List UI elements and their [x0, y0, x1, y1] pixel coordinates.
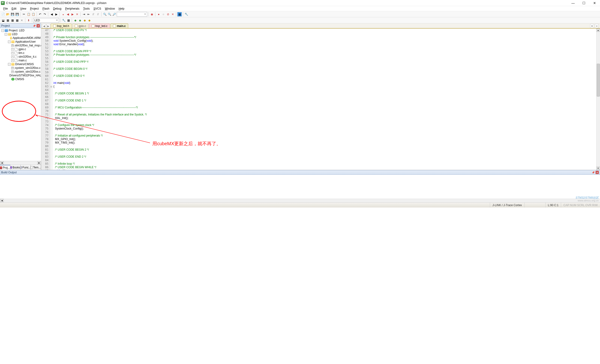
- panel-close-icon[interactable]: ✕: [37, 24, 40, 27]
- manage-icon[interactable]: ◆: [73, 18, 77, 22]
- build-output-body[interactable]: [0, 175, 600, 199]
- new-file-icon[interactable]: 📄: [1, 12, 5, 16]
- breakpoint-disable-icon[interactable]: ⊘: [166, 12, 170, 16]
- tree-tab-books[interactable]: Books: [10, 165, 21, 170]
- tree-file-1-3[interactable]: +stm32f0xx_it.c: [0, 55, 41, 59]
- pin-icon[interactable]: 📌: [33, 25, 36, 27]
- panel-close-icon[interactable]: ✕: [596, 171, 599, 174]
- build-icon[interactable]: ▦: [6, 18, 10, 22]
- scroll-right-icon[interactable]: ▶: [37, 161, 41, 165]
- bookmark-icon[interactable]: ⬥: [61, 12, 65, 16]
- copy-icon[interactable]: 📋: [27, 12, 31, 16]
- vertical-scrollbar[interactable]: ▲ ▼: [596, 28, 600, 170]
- tree-file-1-1[interactable]: +gpio.c: [0, 47, 41, 51]
- breakpoint-insert-icon[interactable]: ●: [157, 12, 161, 16]
- tab-list-icon[interactable]: ▼: [590, 24, 594, 28]
- tree-tab-tem[interactable]: Tem...: [31, 165, 41, 170]
- menu-svcs[interactable]: SVCS: [92, 6, 103, 11]
- menu-flash[interactable]: Flash: [41, 6, 51, 11]
- menu-project[interactable]: Project: [28, 6, 41, 11]
- menu-peripherals[interactable]: Peripherals: [63, 6, 81, 11]
- batch-icon[interactable]: ▦: [15, 18, 19, 22]
- tree-tab-func[interactable]: {}Func...: [21, 165, 31, 170]
- minimize-button[interactable]: —: [568, 0, 578, 6]
- incsearch-icon[interactable]: 🔎: [112, 12, 116, 16]
- tree-group-2[interactable]: −Drivers/CMSIS: [0, 62, 41, 66]
- tab-nav-next-icon[interactable]: ▶: [47, 24, 50, 28]
- menu-edit[interactable]: Edit: [9, 6, 18, 11]
- uncomment-icon[interactable]: //: [96, 12, 100, 16]
- translate-icon[interactable]: ⬓: [1, 18, 5, 22]
- tab-close-icon[interactable]: ✕: [595, 24, 599, 28]
- nav-fwd-icon[interactable]: ▶: [54, 12, 58, 16]
- paste-icon[interactable]: 📋: [31, 12, 35, 16]
- packinst-icon[interactable]: ◆: [78, 18, 82, 22]
- maximize-button[interactable]: ☐: [578, 0, 589, 6]
- tab-nav-prev-icon[interactable]: ◀: [42, 24, 46, 28]
- build-hscroll[interactable]: ◀: [0, 199, 600, 202]
- tree-project-root[interactable]: −Project: LED: [0, 28, 41, 32]
- tree-group-3[interactable]: Drivers/STM32F0xx_HAL: [0, 73, 41, 77]
- menu-window[interactable]: Window: [103, 6, 117, 11]
- config-icon[interactable]: 🔧: [184, 12, 188, 16]
- save-icon[interactable]: 💾: [10, 12, 15, 16]
- tree-file-2-1[interactable]: +system_stm32f0xx.c: [0, 70, 41, 73]
- menu-tools[interactable]: Tools: [81, 6, 92, 11]
- editor-tab-main-c[interactable]: main.c: [110, 23, 128, 28]
- open-file-icon[interactable]: 📂: [6, 12, 10, 16]
- scroll-thumb[interactable]: [597, 64, 600, 97]
- file-icon: [75, 25, 78, 27]
- editor-tab-bsp_led-c[interactable]: bsp_led.c: [89, 23, 110, 28]
- tree-group-0[interactable]: Application/MDK-ARM: [0, 36, 41, 40]
- project-tree[interactable]: −Project: LED−LED Application/MDK-ARM−Ap…: [0, 28, 41, 161]
- rebuild-icon[interactable]: ▦: [10, 18, 15, 22]
- code-editor[interactable]: 4748495051525354555657585960616263646566…: [41, 28, 600, 170]
- tree-hscroll[interactable]: ◀ ▶: [0, 161, 41, 165]
- debug-icon[interactable]: ◉: [150, 12, 154, 16]
- redo-icon[interactable]: ↷: [43, 12, 47, 16]
- bookmark-next-icon[interactable]: ▶: [70, 12, 75, 16]
- tree-file-2-0[interactable]: +system_stm32f0xx.c: [0, 66, 41, 70]
- breakpoint-kill-icon[interactable]: ✕: [171, 12, 175, 16]
- indent-icon[interactable]: ⇥: [82, 12, 86, 16]
- target-combo[interactable]: LED▼: [33, 18, 59, 23]
- close-button[interactable]: ✕: [589, 0, 600, 6]
- filext-icon[interactable]: ▦: [66, 18, 71, 22]
- saveall-icon[interactable]: 💾: [15, 12, 19, 16]
- tree-file-1-0[interactable]: +stm32f0xx_hal_msp.c: [0, 44, 41, 47]
- pin-icon[interactable]: 📌: [592, 171, 595, 174]
- nav-back-icon[interactable]: ◀: [49, 12, 54, 16]
- scroll-left-icon[interactable]: ◀: [0, 161, 4, 165]
- window-icon[interactable]: ▦: [178, 12, 182, 16]
- cut-icon[interactable]: ✂: [22, 12, 26, 16]
- scroll-down-icon[interactable]: ▼: [597, 166, 600, 170]
- editor-tab-bsp_led-h[interactable]: bsp_led.h: [51, 23, 72, 28]
- find-icon[interactable]: 🔍: [103, 12, 107, 16]
- download-icon[interactable]: ⬇: [27, 18, 31, 22]
- bookmark-clear-icon[interactable]: ✕: [75, 12, 79, 16]
- breakpoint-enable-icon[interactable]: ○: [161, 12, 166, 16]
- stop-build-icon[interactable]: ✕: [20, 18, 24, 22]
- findfiles-icon[interactable]: 🔍: [107, 12, 112, 16]
- comment-icon[interactable]: //: [91, 12, 95, 16]
- bookmark-prev-icon[interactable]: ◀: [66, 12, 70, 16]
- tree-target[interactable]: −LED: [0, 32, 41, 36]
- outdent-icon[interactable]: ⇤: [86, 12, 91, 16]
- options-icon[interactable]: 🔧: [62, 18, 66, 22]
- find-combo[interactable]: ▼: [117, 12, 147, 17]
- editor-tab-gpio-c[interactable]: gpio.c: [72, 23, 89, 28]
- tree-tab-proj[interactable]: Proj...: [0, 165, 10, 170]
- tree-file-1-2[interactable]: +tim.c: [0, 51, 41, 55]
- rte-icon[interactable]: ◆: [83, 18, 87, 22]
- menu-debug[interactable]: Debug: [51, 6, 63, 11]
- menu-view[interactable]: View: [18, 6, 28, 11]
- tree-file-1-4[interactable]: +main.c: [0, 59, 41, 62]
- undo-icon[interactable]: ↶: [38, 12, 42, 16]
- menu-file[interactable]: File: [1, 6, 9, 11]
- books-icon[interactable]: ◆: [87, 18, 91, 22]
- scroll-left-icon[interactable]: ◀: [0, 199, 4, 202]
- scroll-up-icon[interactable]: ▲: [597, 28, 600, 32]
- tree-group-4[interactable]: CMSIS: [0, 77, 41, 81]
- tree-group-1[interactable]: −Application/User: [0, 40, 41, 44]
- menu-help[interactable]: Help: [117, 6, 126, 11]
